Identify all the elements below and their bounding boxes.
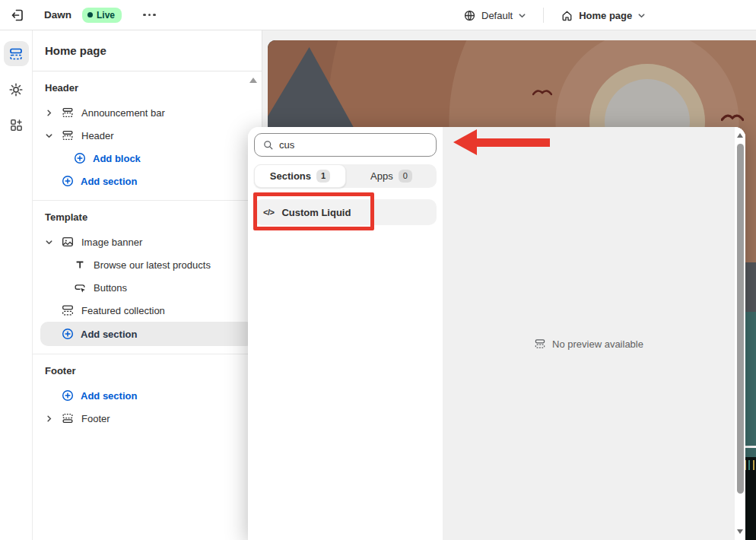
scroll-down-arrow-icon[interactable] [737, 529, 743, 534]
tree-item-announcement-bar[interactable]: Announcement bar [33, 101, 262, 124]
circle-plus-icon [60, 326, 75, 341]
live-dot-icon [87, 12, 93, 17]
add-section-button-header[interactable]: Add section [33, 170, 262, 192]
tab-apps[interactable]: Apps 0 [346, 164, 437, 188]
circle-plus-icon [60, 388, 75, 403]
tree-item-footer[interactable]: Footer [33, 407, 262, 430]
tree-item-banner-heading[interactable]: Browse our latest products [33, 253, 262, 276]
footer-section-icon [60, 411, 75, 426]
sections-icon [534, 338, 546, 350]
scroll-up-arrow-icon[interactable] [737, 133, 743, 138]
arrow-head [453, 129, 477, 155]
add-section-button-template-active[interactable]: Add section [40, 322, 254, 346]
exit-editor-button[interactable] [6, 4, 29, 27]
theme-style-label: Default [481, 10, 513, 21]
gear-icon [8, 82, 24, 97]
circle-plus-icon [72, 151, 87, 166]
buttons-icon [72, 280, 87, 295]
annotation-highlight-box [253, 192, 374, 230]
popup-list-column: Sections 1 Apps 0 </> Custom Liquid [248, 127, 443, 540]
group-heading: Header [33, 81, 262, 94]
section-search-box[interactable] [254, 133, 437, 157]
panel-scroll-up-arrow[interactable] [249, 78, 257, 83]
scrollbar-thumb[interactable] [737, 144, 744, 494]
rail-apps-button[interactable] [4, 113, 29, 138]
tree-item-image-banner[interactable]: Image banner [33, 230, 262, 253]
store-name: Dawn [44, 9, 71, 21]
chevron-right-icon[interactable] [45, 109, 60, 117]
apps-icon [9, 118, 24, 132]
page-selector[interactable]: Home page [556, 6, 650, 25]
search-input[interactable] [279, 139, 428, 151]
topbar-divider [543, 8, 544, 23]
sections-panel: Home page Header Announcement bar [33, 30, 262, 540]
annotation-arrow [453, 129, 554, 157]
topbar-selectors: Default Home page [459, 0, 650, 30]
home-icon [561, 9, 573, 22]
panel-header: Home page [33, 30, 262, 71]
dots-icon [143, 14, 146, 17]
popup-tabs: Sections 1 Apps 0 [254, 164, 437, 188]
popup-preview-column: No preview available [443, 127, 745, 540]
circle-plus-icon [60, 173, 75, 189]
popup-scrollbar[interactable] [735, 127, 745, 540]
live-status-badge: Live [82, 8, 122, 23]
chevron-down-icon[interactable] [45, 132, 60, 140]
topbar: Dawn Live Default [0, 0, 756, 30]
add-section-popup: Sections 1 Apps 0 </> Custom Liquid [248, 127, 745, 540]
add-section-button-footer[interactable]: Add section [33, 384, 262, 407]
group-template: Template Image banner Brow [33, 200, 262, 346]
text-icon [72, 257, 87, 272]
sections-count-badge: 1 [316, 170, 330, 183]
more-actions-button[interactable] [138, 8, 160, 23]
tree-item-featured-collection[interactable]: Featured collection [33, 299, 262, 322]
group-heading: Footer [33, 364, 262, 376]
add-block-button[interactable]: Add block [33, 147, 262, 170]
theme-editor-window: Dawn Live Default [0, 0, 756, 540]
mountain-shape [268, 47, 356, 132]
arrow-body [475, 138, 550, 147]
tree-item-buttons[interactable]: Buttons [33, 276, 262, 299]
rail-settings-button[interactable] [4, 77, 29, 102]
editor-rail [0, 30, 33, 540]
search-icon [262, 139, 274, 151]
theme-style-selector[interactable]: Default [459, 6, 531, 25]
chevron-right-icon[interactable] [45, 415, 60, 423]
image-icon [60, 234, 75, 249]
group-header: Header Announcement bar [33, 71, 262, 192]
group-heading: Template [33, 210, 262, 223]
header-section-icon [60, 105, 75, 120]
globe-icon [463, 9, 476, 22]
sections-icon [8, 46, 24, 62]
tab-sections[interactable]: Sections 1 [254, 164, 346, 188]
rail-sections-button[interactable] [4, 41, 29, 66]
header-section-icon [60, 128, 75, 143]
page-selector-label: Home page [579, 10, 632, 21]
bird-icon [532, 87, 552, 97]
chevron-down-icon[interactable] [45, 238, 60, 246]
exit-icon [10, 8, 25, 23]
chevron-down-icon [637, 11, 646, 20]
bird-icon [721, 112, 744, 122]
chevron-down-icon [518, 11, 526, 20]
live-badge-label: Live [97, 10, 115, 21]
group-footer: Footer Add section [33, 354, 262, 430]
apps-count-badge: 0 [399, 170, 412, 183]
tree-item-header[interactable]: Header [33, 124, 262, 147]
sections-icon [60, 303, 75, 318]
page-title: Home page [45, 44, 106, 57]
no-preview-message: No preview available [443, 338, 735, 350]
